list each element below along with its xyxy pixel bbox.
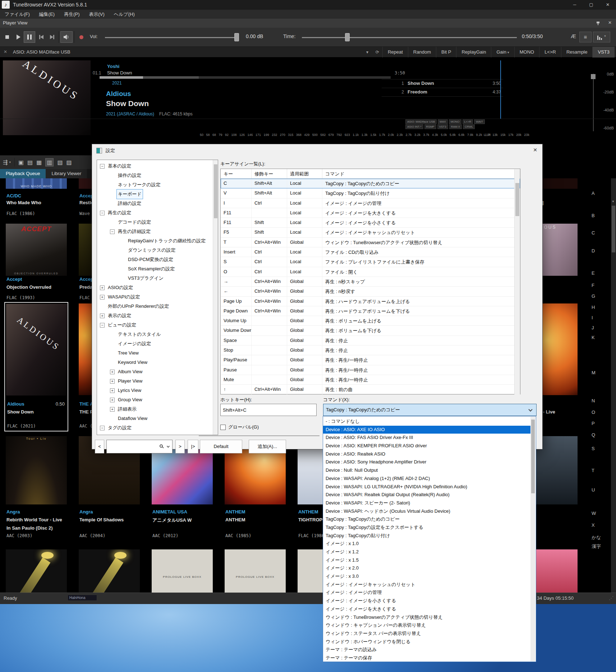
device-dropdown-icon[interactable]: ▾: [362, 47, 372, 58]
analyzer-button[interactable]: ▾: [593, 32, 610, 42]
dsp-toggle-button[interactable]: ReplayGain: [456, 47, 491, 58]
tree-item[interactable]: Tree View: [97, 348, 218, 358]
stop-button[interactable]: [2, 31, 12, 43]
album-tile[interactable]: WHO MADE WHO AC/DC Who Made Who FLAC (19…: [6, 178, 67, 216]
previous-track-button[interactable]: [37, 31, 46, 43]
album-artist[interactable]: ANTHEM: [225, 509, 245, 515]
menu-item[interactable]: 編集(E): [35, 10, 59, 19]
seek-slider-thumb[interactable]: [345, 33, 350, 41]
dropdown-item[interactable]: ウィンドウ : ステータス バーの表示切り替え: [323, 630, 531, 638]
table-row[interactable]: F11 Shift Local イメージ : イメージを小さくする: [221, 218, 520, 228]
album-tile-selected[interactable]: ALDIOUS Aldious 0.50 Show Down FLAC (202…: [4, 302, 68, 431]
dropdown-item[interactable]: - : コマンドなし: [323, 417, 531, 426]
dropdown-item[interactable]: Device : WASAPI: LG ULTRAGEAR+ (NVIDIA H…: [323, 483, 531, 491]
expand-icon[interactable]: [110, 229, 115, 234]
menu-item[interactable]: ファイル(F): [0, 10, 35, 19]
tree-item[interactable]: 表示の設定: [97, 311, 218, 320]
dropdown-item[interactable]: TagCopy : TagCopyのためのコピー: [323, 515, 531, 524]
dropdown-scrollbar-thumb[interactable]: [531, 420, 535, 493]
expand-icon[interactable]: [100, 314, 105, 318]
menu-item[interactable]: ヘルプ(H): [109, 10, 139, 19]
track-year-link[interactable]: 2021: [112, 81, 122, 86]
checkbox-unchecked-icon[interactable]: [220, 425, 226, 430]
refresh-icon[interactable]: ⟳: [372, 47, 382, 58]
expand-icon[interactable]: [100, 211, 105, 215]
track-progress-bar[interactable]: [100, 76, 391, 79]
album-meta-year[interactable]: 2021 (JASRAC / Aldious): [106, 111, 154, 116]
alphabet-index-letter[interactable]: G: [592, 293, 595, 299]
add-button[interactable]: 追加(A)...: [249, 440, 286, 453]
dropdown-item[interactable]: テーマ : テーマの読込み: [323, 646, 531, 654]
alphabet-index-letter[interactable]: S: [592, 446, 595, 451]
dialog-title-bar[interactable]: 設定 ✕: [92, 144, 542, 157]
column-view-icon[interactable]: ▨: [66, 159, 72, 166]
table-row[interactable]: Insert Ctrl Local ファイル : CDの取り込み: [221, 247, 520, 257]
expand-icon[interactable]: [110, 388, 115, 393]
dropdown-scrollbar[interactable]: [530, 417, 535, 661]
search-box[interactable]: [106, 440, 173, 453]
maximize-button[interactable]: ▢: [583, 0, 599, 10]
queue-row[interactable]: 2 Freedom 4:37: [382, 88, 503, 96]
expand-icon[interactable]: [110, 407, 115, 412]
alphabet-index-letter[interactable]: I: [592, 315, 593, 320]
alphabet-index-letter[interactable]: W: [592, 511, 596, 516]
shuffle-view-icon[interactable]: ▣: [18, 159, 24, 166]
alphabet-index-letter[interactable]: E: [592, 270, 595, 276]
alphabet-index-letter[interactable]: N: [592, 398, 595, 403]
dropdown-item[interactable]: Device : WASAPI: ヘッドホン (Oculus Virtual A…: [323, 507, 531, 516]
album-tile[interactable]: [79, 549, 140, 593]
album-artist[interactable]: Accept: [6, 276, 22, 282]
tree-item[interactable]: ダウンミックスの設定: [97, 246, 218, 255]
list-menu-button[interactable]: ≡: [579, 32, 592, 42]
tree-item[interactable]: タグ名の扱い: [97, 433, 218, 435]
volume-slider-thumb[interactable]: [234, 33, 239, 41]
alphabet-index-letter[interactable]: P: [592, 421, 595, 426]
device-close-icon[interactable]: ✕: [4, 49, 7, 54]
tree-item[interactable]: ネットワークの設定: [97, 180, 218, 189]
command-combobox[interactable]: TagCopy : TagCopyのためのコピー: [323, 404, 537, 416]
tree-item[interactable]: ReplayGain/トラックの継続性の設定: [97, 236, 218, 246]
stack-view-icon[interactable]: ▤: [27, 159, 33, 166]
alphabet-index-letter[interactable]: F: [592, 283, 594, 288]
font-settings-icon[interactable]: Æ: [571, 33, 576, 39]
table-row[interactable]: ↑ Ctrl+Alt+Win Global 再生 : 前の曲: [221, 385, 520, 394]
dropdown-item[interactable]: イメージ : x 1.2: [323, 548, 531, 556]
alphabet-index-letter[interactable]: B: [592, 213, 595, 218]
search-last-button[interactable]: |>: [188, 440, 198, 453]
table-row[interactable]: Pause Global 再生 : 再生/一時停止: [221, 365, 520, 375]
tree-item[interactable]: テキストのスタイル: [97, 330, 218, 339]
expand-icon[interactable]: [110, 370, 115, 374]
album-artist[interactable]: ANIMETAL USA: [152, 509, 187, 515]
dropdown-item[interactable]: Device : ASIO: Realtek ASIO: [323, 450, 531, 458]
table-row[interactable]: O Ctrl Local ファイル : 開く: [221, 267, 520, 277]
tree-item[interactable]: SoX Resamplerの設定: [97, 264, 218, 274]
table-row[interactable]: Stop Global 再生 : 停止: [221, 346, 520, 355]
dsp-toggle-button[interactable]: MONO: [514, 47, 539, 58]
album-artist[interactable]: Angra: [79, 509, 93, 515]
alphabet-index-letter[interactable]: O: [592, 410, 595, 415]
dropdown-item[interactable]: Device : WASAPI: スピーカー (2- Satori): [323, 499, 531, 507]
table-row[interactable]: C Shift+Alt Local TagCopy : TagCopyのためのコ…: [221, 179, 520, 188]
record-button[interactable]: [76, 31, 86, 43]
play-button[interactable]: [14, 31, 23, 43]
dropdown-item[interactable]: イメージ : イメージキャッシュのリセット: [323, 581, 531, 589]
tree-item[interactable]: イメージの設定: [97, 339, 218, 348]
menu-item[interactable]: 再生(P): [59, 10, 84, 19]
alphabet-index-letter[interactable]: 漢字: [592, 543, 601, 550]
pause-button[interactable]: [24, 31, 35, 43]
tree-item[interactable]: Group View: [97, 395, 218, 404]
table-row[interactable]: Page Up Ctrl+Alt+Win Global 再生 : ハードウェアボ…: [221, 297, 520, 306]
alphabet-index-letter[interactable]: A: [592, 191, 595, 196]
expand-icon[interactable]: [100, 285, 105, 290]
alphabet-index-letter[interactable]: M: [592, 370, 596, 375]
dropdown-item[interactable]: Device : ASIO: AXE IO ASIO: [323, 426, 531, 434]
alphabet-index-letter[interactable]: K: [592, 335, 595, 340]
table-row[interactable]: V Shift+Alt Local TagCopy : TagCopyの貼り付け: [221, 188, 520, 198]
dsp-toggle-button[interactable]: Gain: [491, 47, 514, 58]
next-track-button[interactable]: [47, 31, 57, 43]
dropdown-item[interactable]: イメージ : x 3.0: [323, 572, 531, 581]
tab[interactable]: Playback Queue: [0, 169, 46, 178]
table-row[interactable]: Page Down Ctrl+Alt+Win Global 再生 : ハードウェ…: [221, 306, 520, 316]
album-tile[interactable]: PROLOGUE LIVE BOXX: [225, 549, 286, 593]
dsp-toggle-button[interactable]: Random: [408, 47, 436, 58]
